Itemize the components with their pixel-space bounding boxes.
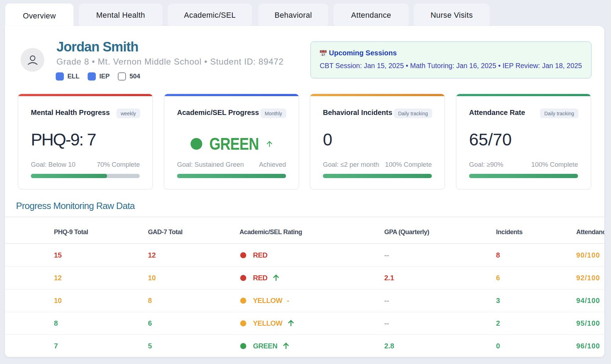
svg-text:17: 17 [321, 53, 325, 56]
